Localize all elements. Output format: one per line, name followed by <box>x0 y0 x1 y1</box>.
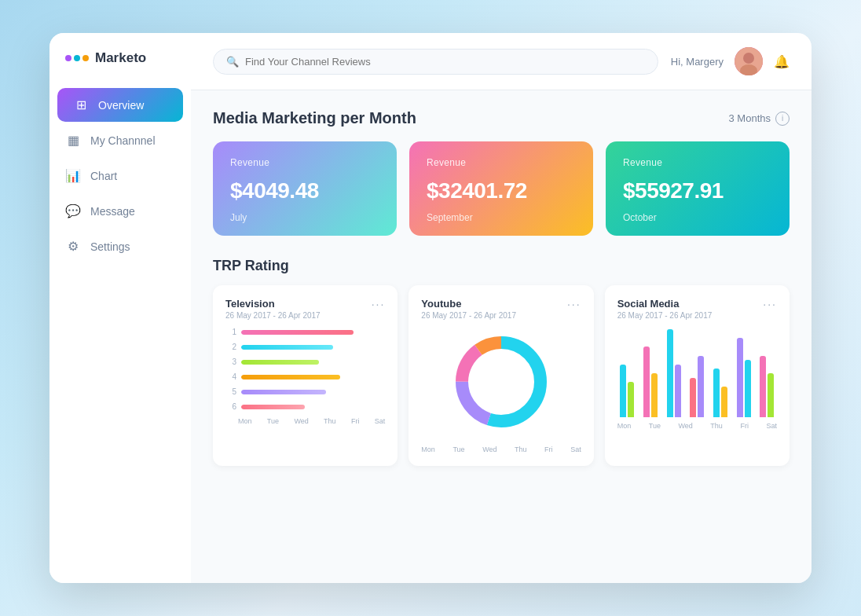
topbar-right: Hi, Margery 🔔 <box>671 47 790 75</box>
bar-row-3: 3 <box>229 358 382 366</box>
sidebar-item-message[interactable]: 💬 Message <box>49 194 191 228</box>
sidebar-item-my-channel[interactable]: ▦ My Channnel <box>49 123 191 157</box>
svg-point-1 <box>743 53 754 64</box>
revenue-label-1: Revenue <box>230 157 379 168</box>
search-icon: 🔍 <box>226 56 239 68</box>
sidebar-item-label-chart: Chart <box>90 170 117 182</box>
revenue-month-1: July <box>230 212 379 223</box>
yt-chart-options[interactable]: ··· <box>567 298 581 310</box>
revenue-card-1: Revenue $4049.48 July <box>213 141 397 236</box>
sm-chart-date: 26 May 2017 - 26 Apr 2017 <box>617 311 713 320</box>
revenue-card-3: Revenue $55927.91 October <box>606 141 790 236</box>
chart-card-header-tv: Television 26 May 2017 - 26 Apr 2017 ··· <box>225 298 385 320</box>
sidebar-item-overview[interactable]: ⊞ Overview <box>57 88 183 122</box>
revenue-card-2: Revenue $32401.72 September <box>409 141 593 236</box>
logo-dot-2 <box>74 55 80 61</box>
tv-chart-x-axis: Mon Tue Wed Thu Fri Sat <box>225 417 385 425</box>
chart-card-header-yt: Youtube 26 May 2017 - 26 Apr 2017 ··· <box>421 298 581 320</box>
message-icon: 💬 <box>65 204 81 218</box>
bar-row-5: 5 <box>229 387 382 396</box>
revenue-label-2: Revenue <box>427 157 576 168</box>
search-box[interactable]: 🔍 <box>213 49 658 75</box>
greeting-text: Hi, Margery <box>671 56 724 68</box>
revenue-amount-2: $32401.72 <box>427 178 576 204</box>
chart-card-social: Social Media 26 May 2017 - 26 Apr 2017 ·… <box>605 285 790 466</box>
bar-row-4: 4 <box>229 372 382 381</box>
yt-chart-date: 26 May 2017 - 26 Apr 2017 <box>421 311 516 320</box>
topbar: 🔍 Hi, Margery 🔔 <box>191 33 812 90</box>
logo-dot-1 <box>65 55 71 61</box>
dashboard: Media Marketing per Month 3 Months i Rev… <box>191 90 812 583</box>
sidebar-item-chart[interactable]: 📊 Chart <box>49 159 191 192</box>
section-header: Media Marketing per Month 3 Months i <box>213 109 790 127</box>
revenue-label-3: Revenue <box>623 157 772 168</box>
tv-chart-date: 26 May 2017 - 26 Apr 2017 <box>225 311 321 320</box>
avatar <box>735 47 763 75</box>
chart-cards: Television 26 May 2017 - 26 Apr 2017 ···… <box>213 285 790 466</box>
chart-card-television: Television 26 May 2017 - 26 Apr 2017 ···… <box>213 285 398 466</box>
notification-bell-icon[interactable]: 🔔 <box>774 54 790 69</box>
logo-text: Marketo <box>95 50 146 66</box>
sidebar: Marketo ⊞ Overview ▦ My Channnel 📊 Chart… <box>49 33 191 583</box>
period-circle-icon: i <box>775 112 790 126</box>
revenue-month-3: October <box>623 212 772 223</box>
bar-row-6: 6 <box>229 402 382 411</box>
sm-chart-title: Social Media <box>617 298 713 310</box>
main-content: 🔍 Hi, Margery 🔔 <box>191 33 812 583</box>
chart-card-youtube: Youtube 26 May 2017 - 26 Apr 2017 ··· <box>409 285 593 466</box>
sidebar-item-label-channel: My Channnel <box>90 134 156 147</box>
logo-dot-3 <box>82 55 89 61</box>
settings-icon: ⚙ <box>65 239 81 254</box>
social-media-bar-chart <box>617 323 777 417</box>
revenue-amount-3: $55927.91 <box>623 178 772 204</box>
sm-chart-x-axis: Mon Tue Wed Thu Fri Sat <box>617 422 777 430</box>
tv-chart-options[interactable]: ··· <box>372 298 386 310</box>
sidebar-item-label-overview: Overview <box>98 99 144 112</box>
channel-icon: ▦ <box>65 133 81 148</box>
youtube-donut-chart <box>421 323 581 441</box>
period-selector[interactable]: 3 Months i <box>729 112 790 126</box>
yt-chart-title: Youtube <box>421 298 516 310</box>
revenue-cards: Revenue $4049.48 July Revenue $32401.72 … <box>213 141 790 236</box>
trp-title: TRP Rating <box>213 258 790 274</box>
revenue-month-2: September <box>427 212 576 223</box>
bar-row-2: 2 <box>229 343 382 351</box>
sm-chart-options[interactable]: ··· <box>763 298 777 310</box>
revenue-amount-1: $4049.48 <box>230 178 379 204</box>
main-container: Marketo ⊞ Overview ▦ My Channnel 📊 Chart… <box>49 33 812 583</box>
bar-row-1: 1 <box>229 328 382 336</box>
section-title: Media Marketing per Month <box>213 109 416 127</box>
sidebar-item-label-message: Message <box>90 205 135 218</box>
logo: Marketo <box>49 33 191 80</box>
sidebar-item-settings[interactable]: ⚙ Settings <box>49 229 191 263</box>
logo-dots <box>65 55 89 61</box>
period-label: 3 Months <box>729 112 771 124</box>
sidebar-navigation: ⊞ Overview ▦ My Channnel 📊 Chart 💬 Messa… <box>49 80 191 271</box>
chart-icon: 📊 <box>65 168 81 183</box>
avatar-image <box>735 47 763 75</box>
yt-chart-x-axis: Mon Tue Wed Thu Fri Sat <box>421 446 581 453</box>
search-input[interactable] <box>245 56 402 68</box>
overview-icon: ⊞ <box>73 97 89 112</box>
chart-card-header-sm: Social Media 26 May 2017 - 26 Apr 2017 ·… <box>617 298 777 320</box>
tv-chart-title: Television <box>225 298 321 310</box>
tv-horizontal-bar-chart: 1 2 3 <box>225 328 385 411</box>
sidebar-item-label-settings: Settings <box>90 240 130 253</box>
